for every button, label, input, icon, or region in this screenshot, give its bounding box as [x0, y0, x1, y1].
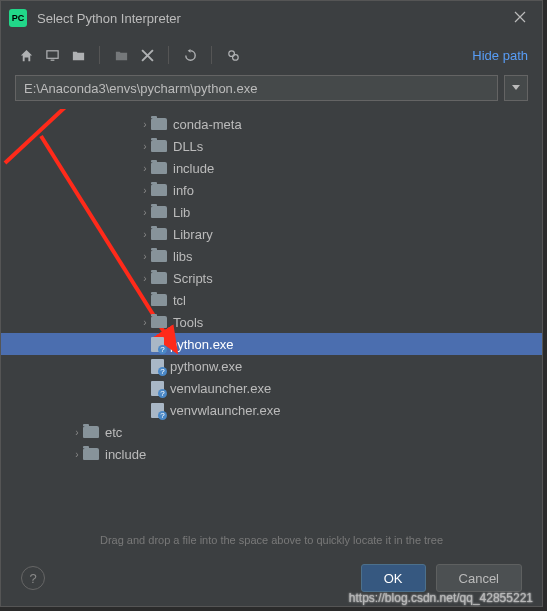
tree-file[interactable]: pythonw.exe	[1, 355, 542, 377]
folder-icon	[151, 118, 167, 130]
tree-folder[interactable]: ›Library	[1, 223, 542, 245]
tree-folder[interactable]: ›tcl	[1, 289, 542, 311]
titlebar: PC Select Python Interpreter	[1, 1, 542, 35]
folder-icon	[151, 250, 167, 262]
tree-item-label: python.exe	[170, 337, 234, 352]
file-icon	[151, 337, 164, 352]
tree-folder[interactable]: ›conda-meta	[1, 113, 542, 135]
tree-folder[interactable]: ›info	[1, 179, 542, 201]
tree-item-label: info	[173, 183, 194, 198]
tree-file[interactable]: venvlauncher.exe	[1, 377, 542, 399]
chevron-right-icon[interactable]: ›	[139, 295, 151, 306]
tree-item-label: libs	[173, 249, 193, 264]
svg-point-2	[232, 54, 238, 60]
folder-icon	[83, 426, 99, 438]
folder-icon	[83, 448, 99, 460]
tree-folder[interactable]: ›include	[1, 157, 542, 179]
tree-item-label: etc	[105, 425, 122, 440]
tree-folder[interactable]: ›libs	[1, 245, 542, 267]
desktop-icon[interactable]	[41, 44, 63, 66]
path-row	[1, 75, 542, 109]
chevron-right-icon[interactable]: ›	[71, 449, 83, 460]
toolbar-separator	[99, 46, 100, 64]
tree-item-label: Lib	[173, 205, 190, 220]
home-icon[interactable]	[15, 44, 37, 66]
tree-folder[interactable]: ›Lib	[1, 201, 542, 223]
path-dropdown-button[interactable]	[504, 75, 528, 101]
folder-icon	[151, 272, 167, 284]
tree-file[interactable]: venvwlauncher.exe	[1, 399, 542, 421]
toolbar-separator	[211, 46, 212, 64]
window-title: Select Python Interpreter	[37, 11, 506, 26]
new-folder-icon[interactable]	[110, 44, 132, 66]
show-hidden-icon[interactable]	[222, 44, 244, 66]
hide-path-link[interactable]: Hide path	[472, 48, 528, 63]
tree-folder[interactable]: ›Scripts	[1, 267, 542, 289]
toolbar: Hide path	[1, 35, 542, 75]
tree-folder[interactable]: ›Tools	[1, 311, 542, 333]
folder-icon	[151, 162, 167, 174]
refresh-icon[interactable]	[179, 44, 201, 66]
folder-icon	[151, 140, 167, 152]
tree-item-label: Scripts	[173, 271, 213, 286]
folder-icon	[151, 294, 167, 306]
tree-item-label: Library	[173, 227, 213, 242]
help-button[interactable]: ?	[21, 566, 45, 590]
tree-item-label: conda-meta	[173, 117, 242, 132]
tree-item-label: Tools	[173, 315, 203, 330]
tree-item-label: DLLs	[173, 139, 203, 154]
file-tree[interactable]: ›conda-meta›DLLs›include›info›Lib›Librar…	[1, 109, 542, 528]
file-icon	[151, 403, 164, 418]
path-input[interactable]	[15, 75, 498, 101]
pycharm-icon: PC	[9, 9, 27, 27]
chevron-down-icon	[512, 85, 520, 91]
folder-icon	[151, 184, 167, 196]
file-icon	[151, 381, 164, 396]
chevron-right-icon[interactable]: ›	[71, 427, 83, 438]
cancel-button[interactable]: Cancel	[436, 564, 522, 592]
chevron-right-icon[interactable]: ›	[139, 251, 151, 262]
folder-icon	[151, 316, 167, 328]
tree-folder[interactable]: ›DLLs	[1, 135, 542, 157]
folder-icon	[151, 228, 167, 240]
tree-folder[interactable]: ›etc	[1, 421, 542, 443]
project-icon[interactable]	[67, 44, 89, 66]
folder-icon	[151, 206, 167, 218]
chevron-right-icon[interactable]: ›	[139, 141, 151, 152]
chevron-right-icon[interactable]: ›	[139, 317, 151, 328]
tree-folder[interactable]: ›include	[1, 443, 542, 465]
tree-item-label: include	[173, 161, 214, 176]
ok-button[interactable]: OK	[361, 564, 426, 592]
chevron-right-icon[interactable]: ›	[139, 119, 151, 130]
toolbar-separator	[168, 46, 169, 64]
tree-item-label: venvlauncher.exe	[170, 381, 271, 396]
tree-hint: Drag and drop a file into the space abov…	[1, 528, 542, 552]
select-interpreter-dialog: PC Select Python Interpreter Hide path ›…	[0, 0, 543, 607]
file-icon	[151, 359, 164, 374]
chevron-right-icon[interactable]: ›	[139, 273, 151, 284]
chevron-right-icon[interactable]: ›	[139, 229, 151, 240]
tree-item-label: include	[105, 447, 146, 462]
watermark: https://blog.csdn.net/qq_42855221	[349, 591, 533, 605]
svg-rect-0	[46, 50, 57, 58]
tree-item-label: pythonw.exe	[170, 359, 242, 374]
chevron-right-icon[interactable]: ›	[139, 207, 151, 218]
close-button[interactable]	[506, 6, 534, 30]
tree-item-label: venvwlauncher.exe	[170, 403, 281, 418]
tree-item-label: tcl	[173, 293, 186, 308]
chevron-right-icon[interactable]: ›	[139, 185, 151, 196]
chevron-right-icon[interactable]: ›	[139, 163, 151, 174]
tree-file[interactable]: python.exe	[1, 333, 542, 355]
delete-icon[interactable]	[136, 44, 158, 66]
